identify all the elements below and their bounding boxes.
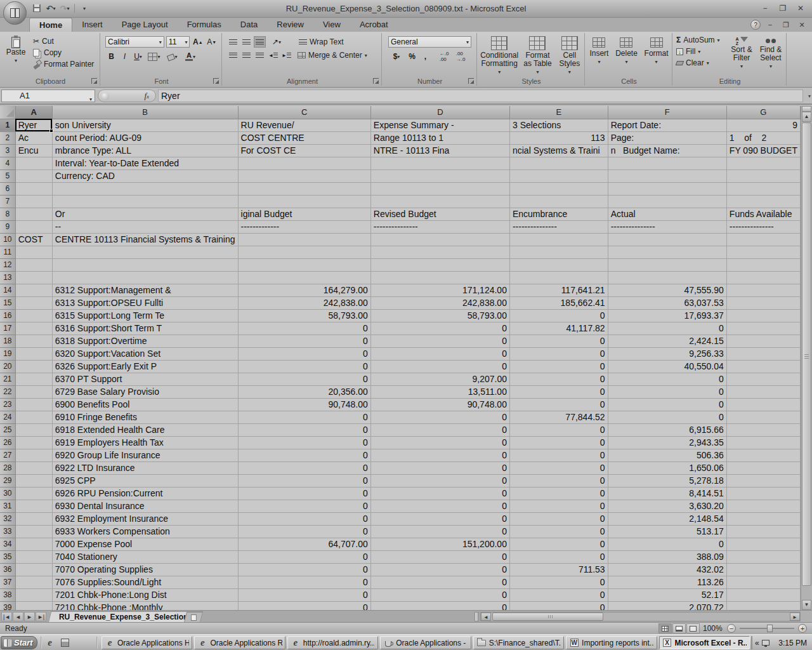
cell-D17[interactable]: 0 [370,322,509,335]
cell-C22[interactable]: 20,356.00 [238,385,370,398]
cell-D18[interactable]: 0 [370,335,509,347]
row-header-37[interactable]: 37 [0,576,15,588]
cell-C28[interactable]: 0 [238,461,370,474]
cell-A8[interactable] [15,208,52,220]
cell-A29[interactable] [15,474,52,487]
cell-F8[interactable]: Actual [608,208,726,220]
cell-G2[interactable]: 1 of 2 [726,131,800,144]
cell-A18[interactable] [15,335,52,347]
shrink-font-button[interactable]: A▼ [206,36,218,48]
cell-D4[interactable] [370,157,509,169]
row-header-19[interactable]: 19 [0,347,15,360]
cell-G22[interactable] [726,385,800,398]
tab-view[interactable]: View [313,18,350,32]
cell-E12[interactable] [509,258,608,271]
zoom-in-button[interactable]: + [798,624,807,633]
merge-center-button[interactable]: Merge & Center▾ [295,50,370,60]
cell-C9[interactable]: ------------- [238,220,370,233]
bottom-align-button[interactable] [254,36,266,48]
cell-F23[interactable]: 0 [608,398,726,411]
horizontal-scrollbar[interactable]: ◄ ► [480,612,801,621]
cell-G3[interactable]: FY 090 BUDGET [726,144,800,157]
number-format-combo[interactable]: General▾ [388,36,471,48]
wrap-text-button[interactable]: Wrap Text [296,37,346,47]
cell-E19[interactable]: 0 [509,347,608,360]
cell-D29[interactable]: 0 [370,474,509,487]
cell-C10[interactable] [238,233,370,246]
cell-C30[interactable]: 0 [238,487,370,500]
row-header-35[interactable]: 35 [0,550,15,563]
cell-E36[interactable]: 711.53 [509,563,608,576]
accounting-format-button[interactable]: $▾ [388,51,405,62]
cell-B14[interactable]: 6312 Support:Management & [52,284,238,296]
format-as-table-button[interactable]: Format as Table▾ [521,34,554,76]
row-header-15[interactable]: 15 [0,296,15,309]
cell-A16[interactable] [15,309,52,322]
cell-E38[interactable]: 0 [509,588,608,601]
cell-C36[interactable]: 0 [238,563,370,576]
cell-F18[interactable]: 2,424.15 [608,335,726,347]
cell-F9[interactable]: --------------- [608,220,726,233]
cell-C15[interactable]: 242,838.00 [238,296,370,309]
orientation-button[interactable]: ↗▾ [267,36,286,48]
cell-B23[interactable]: 6900 Benefits Pool [52,398,238,411]
fill-button[interactable]: ↓Fill▾ [674,46,727,56]
cell-D9[interactable]: --------------- [370,220,509,233]
cell-E28[interactable]: 0 [509,461,608,474]
cell-E2[interactable]: 113 [509,131,608,144]
minimize-button[interactable]: − [757,3,773,13]
cell-F16[interactable]: 17,693.37 [608,309,726,322]
cell-B9[interactable]: -- [52,220,238,233]
row-header-28[interactable]: 28 [0,461,15,474]
cell-F21[interactable]: 0 [608,373,726,385]
decrease-indent-button[interactable]: ◄ [267,50,279,61]
cell-F28[interactable]: 1,650.06 [608,461,726,474]
tab-home[interactable]: Home [29,18,72,32]
clear-button[interactable]: Clear▾ [674,58,727,68]
formula-input[interactable]: Ryer [158,90,803,102]
taskbar-button-s-finance-shared-t[interactable]: S:\Finance_shared\T... [473,636,564,649]
cell-F4[interactable] [608,157,726,169]
cell-A5[interactable] [15,169,52,182]
underline-button[interactable]: U▾ [132,51,144,62]
delete-cells-button[interactable]: Delete▾ [615,36,638,66]
cell-D1[interactable]: Expense Summary - [370,119,509,131]
page-break-view-button[interactable] [686,623,700,633]
cell-D21[interactable]: 9,207.00 [370,373,509,385]
cell-B19[interactable]: 6320 Support:Vacation Set [52,347,238,360]
cell-B1[interactable]: son University [52,119,238,131]
cell-G7[interactable] [726,195,800,208]
format-cells-button[interactable]: Format▾ [645,36,669,66]
scroll-down-button[interactable]: ▼ [802,600,811,610]
cell-A20[interactable] [15,360,52,373]
horizontal-scroll-thumb[interactable] [492,613,603,621]
row-header-31[interactable]: 31 [0,500,15,512]
cell-D3[interactable]: NTRE - 10113 Fina [370,144,509,157]
cell-D39[interactable]: 0 [370,601,509,610]
cell-F11[interactable] [608,246,726,258]
tab-formulas[interactable]: Formulas [178,18,231,32]
cell-D34[interactable]: 151,200.00 [370,538,509,550]
cell-D12[interactable] [370,258,509,271]
decrease-decimal-button[interactable]: .00→.0 [453,51,468,62]
taskbar-button-microsoft-excel-r[interactable]: XMicrosoft Excel - R... [659,636,750,649]
zoom-level[interactable]: 100% [703,624,723,633]
cell-F22[interactable]: 0 [608,385,726,398]
cell-B4[interactable]: Interval: Year-to-Date Extended [52,157,238,169]
column-header-C[interactable]: C [238,106,370,119]
cell-E1[interactable]: 3 Selections [509,119,608,131]
cell-E39[interactable]: 0 [509,601,608,610]
restore-button[interactable]: ❐ [775,3,790,13]
cell-B31[interactable]: 6930 Dental Insurance [52,500,238,512]
name-box-dropdown-icon[interactable]: ▾ [89,94,92,105]
row-header-38[interactable]: 38 [0,588,15,601]
row-header-7[interactable]: 7 [0,195,15,208]
cell-A36[interactable] [15,563,52,576]
cell-G1[interactable]: 9 [726,119,800,131]
cell-F5[interactable] [608,169,726,182]
cell-B29[interactable]: 6925 CPP [52,474,238,487]
cell-F32[interactable]: 2,148.54 [608,512,726,525]
cell-G19[interactable] [726,347,800,360]
row-header-1[interactable]: 1 [0,119,15,131]
cell-G14[interactable] [726,284,800,296]
